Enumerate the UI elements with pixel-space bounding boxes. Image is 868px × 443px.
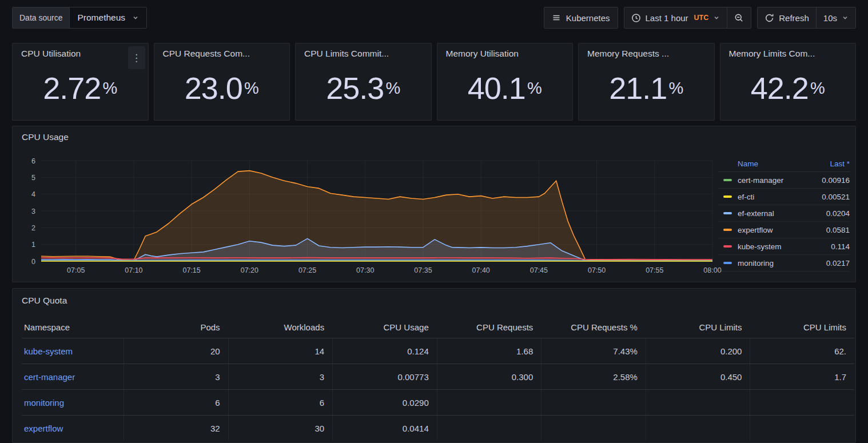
legend-row-kube-system[interactable]: kube-system0.114 — [718, 238, 850, 255]
stat-value-wrap: 23.0% — [163, 59, 281, 115]
dashboard-toolbar: Data source Prometheus Kubernetes Last 1… — [0, 0, 868, 35]
stat-panel-title[interactable]: CPU Limits Commit... — [304, 49, 389, 59]
refresh-button[interactable]: Refresh — [758, 7, 816, 28]
quota-row-kube-system: kube-system20140.1241.687.43%0.20062. — [22, 338, 854, 364]
quota-value-cell: 6 — [124, 390, 228, 415]
stat-unit: % — [385, 79, 400, 98]
stat-panel-title[interactable]: Memory Requests ... — [587, 49, 669, 59]
legend-swatch — [723, 212, 732, 214]
cpu-quota-panel-title[interactable]: CPU Quota — [22, 296, 67, 306]
quota-value-cell: 1.68 — [437, 338, 541, 364]
legend-series-name[interactable]: expertflow — [738, 226, 826, 234]
datasource-value[interactable]: Prometheus — [70, 7, 146, 28]
stat-panel-title[interactable]: Memory Utilisation — [446, 49, 519, 59]
legend-series-name[interactable]: kube-system — [738, 242, 831, 251]
stat-panel-cpu-limits-commit: CPU Limits Commit...25.3% — [295, 43, 432, 121]
stat-panel-title[interactable]: CPU Requests Com... — [163, 49, 250, 59]
legend-series-last: 0.114 — [831, 242, 850, 251]
legend-series-last: 0.0204 — [826, 209, 850, 218]
legend-rows: cert-manager0.00916ef-cti0.00521ef-exter… — [718, 172, 850, 272]
datasource-selected: Prometheus — [77, 13, 125, 23]
stat-panel-header: Memory Limits Com... — [729, 49, 847, 59]
quota-value-cell: 6 — [228, 390, 333, 415]
quota-col-header[interactable]: CPU Requests % — [541, 316, 646, 338]
quota-col-header[interactable]: Workloads — [228, 316, 333, 338]
cpu-usage-panel-title[interactable]: CPU Usage — [22, 132, 69, 142]
y-tick-label: 1 — [31, 241, 35, 249]
legend-row-expertflow[interactable]: expertflow0.0581 — [718, 222, 850, 238]
legend-series-last: 0.00521 — [822, 193, 850, 201]
datasource-picker[interactable]: Data source Prometheus — [12, 7, 147, 29]
cpu-usage-plot[interactable]: 012345607:0507:1007:1507:2007:2507:3007:… — [18, 153, 722, 280]
quota-namespace-cell: expertflow — [22, 416, 124, 441]
quota-value-cell: 0.124 — [332, 338, 437, 364]
quota-value-cell: 32 — [124, 416, 228, 441]
quota-namespace-cell: cert-manager — [22, 364, 124, 389]
quota-col-header[interactable]: Pods — [124, 316, 228, 338]
quota-row-monitoring: monitoring660.0290 — [22, 389, 854, 415]
quota-value-cell: 3 — [124, 364, 228, 389]
kubernetes-button[interactable]: Kubernetes — [544, 7, 618, 29]
legend-row-ef-external[interactable]: ef-external0.0204 — [718, 205, 850, 222]
quota-value-cell — [750, 416, 854, 441]
refresh-interval-button[interactable]: 10s — [816, 7, 855, 28]
legend-row-ef-cti[interactable]: ef-cti0.00521 — [718, 189, 850, 205]
panel-menu-icon[interactable]: ⋮ — [128, 46, 145, 69]
namespace-link[interactable]: kube-system — [24, 346, 73, 356]
stat-value: 2.72 — [43, 73, 101, 103]
zoom-out-icon — [734, 13, 744, 23]
refresh-interval-label: 10s — [823, 13, 837, 23]
namespace-link[interactable]: cert-manager — [24, 372, 75, 382]
x-tick-label: 07:25 — [298, 266, 316, 274]
x-tick-label: 07:35 — [414, 266, 432, 274]
stat-value: 21.1 — [609, 73, 667, 103]
chevron-down-icon — [713, 14, 720, 21]
refresh-button-label: Refresh — [779, 13, 809, 23]
zoom-out-button[interactable] — [727, 7, 751, 28]
refresh-group: Refresh 10s — [757, 7, 856, 29]
legend-swatch — [723, 262, 732, 264]
quota-value-cell: 0.200 — [646, 338, 750, 364]
stat-panel-header: Memory Requests ... — [587, 49, 706, 59]
quota-value-cell — [541, 416, 646, 441]
quota-row-expertflow: expertflow32300.0414 — [22, 415, 854, 441]
legend-series-name[interactable]: ef-external — [738, 209, 826, 218]
legend-sort-last[interactable]: Last * — [830, 159, 850, 168]
quota-value-cell: 1.7 — [750, 364, 854, 389]
stat-panels-row: CPU Utilisation⋮2.72%CPU Requests Com...… — [12, 43, 856, 121]
cpu-usage-chart: 012345607:0507:1007:1507:2007:2507:3007:… — [18, 153, 722, 280]
cpu-usage-legend: Name Last * cert-manager0.00916ef-cti0.0… — [718, 156, 850, 272]
stat-value-wrap: 42.2% — [729, 59, 847, 115]
namespace-link[interactable]: monitoring — [24, 398, 64, 408]
legend-row-monitoring[interactable]: monitoring0.0217 — [718, 255, 850, 272]
refresh-icon — [765, 13, 774, 23]
datasource-label: Data source — [13, 7, 70, 28]
quota-col-header[interactable]: Namespace — [22, 316, 124, 338]
stat-panel-title[interactable]: CPU Utilisation — [21, 49, 81, 59]
stat-value-wrap: 25.3% — [304, 59, 423, 115]
time-range-label: Last 1 hour — [646, 13, 688, 23]
stat-value-wrap: 21.1% — [587, 59, 706, 115]
stat-panel-title[interactable]: Memory Limits Com... — [729, 49, 815, 59]
legend-series-name[interactable]: cert-manager — [738, 176, 822, 185]
namespace-link[interactable]: expertflow — [24, 424, 63, 433]
quota-col-header[interactable]: CPU Limits — [750, 316, 854, 338]
hamburger-icon — [552, 13, 561, 22]
stat-value: 25.3 — [326, 73, 384, 103]
legend-series-name[interactable]: ef-cti — [738, 193, 822, 201]
legend-sort-name[interactable]: Name — [738, 159, 830, 168]
time-range-button[interactable]: Last 1 hour UTC — [624, 7, 727, 28]
quota-col-header[interactable]: CPU Limits — [646, 316, 750, 338]
legend-series-name[interactable]: monitoring — [738, 259, 826, 268]
legend-row-cert-manager[interactable]: cert-manager0.00916 — [718, 172, 850, 189]
legend-swatch — [723, 245, 732, 248]
time-picker-group: Last 1 hour UTC — [624, 7, 752, 29]
quota-col-header[interactable]: CPU Requests — [437, 316, 541, 338]
quota-col-header[interactable]: CPU Usage — [332, 316, 437, 338]
stat-unit: % — [668, 79, 683, 98]
y-tick-label: 3 — [31, 207, 35, 215]
stat-panel-cpu-requests-com: CPU Requests Com...23.0% — [154, 43, 290, 121]
cpu-quota-table: NamespacePodsWorkloadsCPU UsageCPU Reque… — [22, 316, 854, 441]
quota-value-cell: 0.300 — [437, 364, 541, 389]
stat-value: 40.1 — [468, 73, 525, 103]
